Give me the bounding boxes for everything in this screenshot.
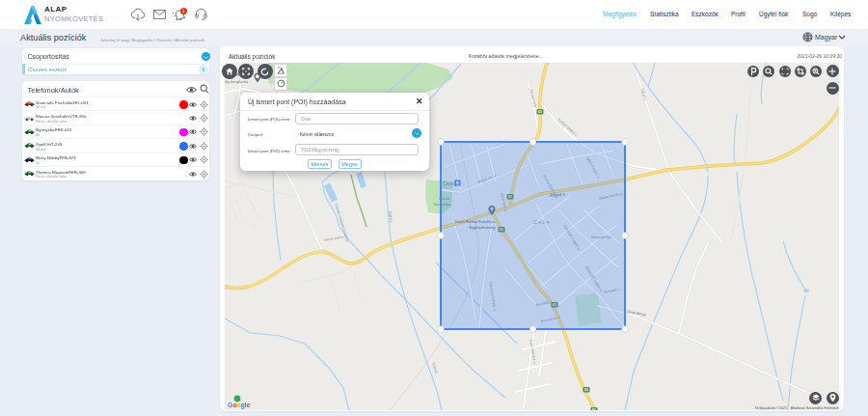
svg-text:e: e xyxy=(247,402,251,408)
svg-text:61: 61 xyxy=(538,110,542,114)
svg-text:Térképadatok ©2021: Térképadatok ©2021 xyxy=(754,406,787,410)
svg-text:61: 61 xyxy=(592,408,596,410)
svg-text:61: 61 xyxy=(584,388,588,392)
svg-text:Általános Szerződési Feltétele: Általános Szerződési Feltételek xyxy=(791,406,839,410)
svg-text:ég temploma: ég temploma xyxy=(225,79,249,84)
